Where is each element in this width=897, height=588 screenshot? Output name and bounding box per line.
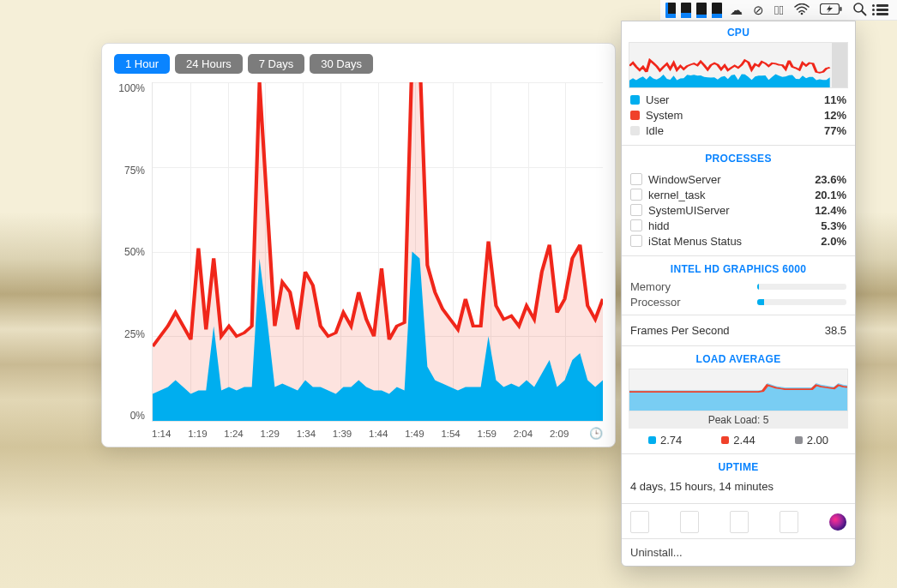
wifi-icon[interactable] [792,3,812,17]
svg-point-0 [801,12,804,15]
dropdown-footer [622,506,855,538]
menubar-mem-icon[interactable] [681,3,691,18]
cpu-sparkline[interactable] [629,42,848,88]
fps-row[interactable]: Frames Per Second 38.5 [622,317,855,344]
clock-icon: 🕒 [586,427,603,440]
system-swatch [630,111,640,120]
butterfly-icon[interactable]: 𓆩𓆪 [772,3,786,16]
cpu-row-system[interactable]: System 12% [630,107,846,123]
cpu-core-bars [832,71,847,87]
menubar: ☁︎ ⊘ 𓆩𓆪 [660,0,897,21]
tab-24-hours[interactable]: 24 Hours [175,54,243,74]
process-icon [630,189,642,201]
tab-30-days[interactable]: 30 Days [310,54,373,74]
page-icon[interactable] [780,511,798,533]
istat-dropdown: CPU User 11% System 12% Idle 77% PROCESS… [621,21,856,567]
battery-icon[interactable] [817,3,845,16]
uninstall-button[interactable]: Uninstall... [622,538,855,566]
gpu-memory-row[interactable]: Memory [622,279,855,294]
tab-7-days[interactable]: 7 Days [248,54,304,74]
cpu-row-idle[interactable]: Idle 77% [630,123,846,138]
cpu-rows: User 11% System 12% Idle 77% [622,88,855,143]
uptime-header: UPTIME [622,456,855,477]
spotlight-icon[interactable] [850,2,870,18]
menubar-cpu-icon[interactable] [665,3,676,18]
load-legend: 2.74 2.44 2.00 [622,429,855,452]
x-axis: 1:141:191:241:291:341:391:441:491:541:59… [152,422,603,440]
settings-icon[interactable] [829,513,846,531]
load-peak-caption: Peak Load: 5 [629,411,848,429]
uptime-value: 4 days, 15 hours, 14 minutes [622,477,855,501]
time-range-segmented: 1 Hour 24 Hours 7 Days 30 Days [114,54,373,74]
process-icon [630,219,642,231]
svg-rect-2 [840,7,842,11]
load-sparkline[interactable] [629,369,848,411]
process-icon [630,204,642,216]
menubar-sen-icon[interactable] [712,3,722,18]
tab-1-hour[interactable]: 1 Hour [114,54,170,74]
idle-swatch [630,126,640,135]
cpu-history-panel: 1 Hour 24 Hours 7 Days 30 Days 100% 75% … [101,43,616,447]
process-row[interactable]: iStat Menus Status2.0% [630,233,846,249]
process-row[interactable]: kernel_task20.1% [630,187,846,202]
gpu-processor-row[interactable]: Processor [622,294,855,309]
page-icon[interactable] [630,511,649,533]
page-icon[interactable] [680,511,699,533]
y-axis: 100% 75% 50% 25% 0% [114,82,152,422]
process-row[interactable]: hidd5.3% [630,218,846,233]
cpu-header: CPU [622,21,855,42]
process-row[interactable]: SystemUIServer12.4% [630,202,846,218]
page-icon[interactable] [730,511,749,533]
process-row[interactable]: WindowServer23.6% [630,171,846,187]
menu-list-icon[interactable] [875,4,890,15]
process-list: WindowServer23.6%kernel_task20.1%SystemU… [622,168,855,254]
do-not-disturb-icon[interactable]: ⊘ [750,3,767,16]
processes-header: PROCESSES [622,147,855,168]
load-average-header: LOAD AVERAGE [622,348,855,369]
user-swatch [630,95,640,105]
gpu-header: INTEL HD GRAPHICS 6000 [622,258,855,279]
svg-line-4 [862,11,866,15]
process-icon [630,173,642,185]
cpu-row-user[interactable]: User 11% [630,92,846,107]
cloud-icon[interactable]: ☁︎ [727,3,745,16]
process-icon [630,235,642,247]
cpu-chart [152,82,603,422]
menubar-ssd-icon[interactable] [696,3,707,18]
